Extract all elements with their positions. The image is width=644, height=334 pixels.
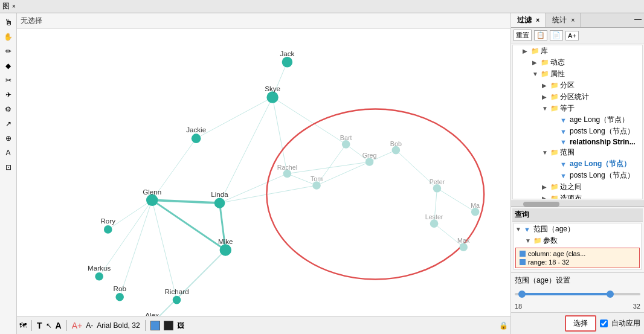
svg-point-39 bbox=[104, 225, 112, 234]
title-bar: 图 × bbox=[0, 0, 644, 13]
svg-text:Peter: Peter bbox=[430, 178, 445, 185]
range-thumb-right[interactable] bbox=[607, 291, 614, 298]
svg-line-6 bbox=[152, 200, 226, 250]
query-node-params[interactable]: ▼ 📁 参数 bbox=[514, 235, 641, 246]
select-button[interactable]: 选择 bbox=[565, 315, 596, 332]
icon-btn-1[interactable]: 📋 bbox=[534, 30, 547, 40]
pointer-tool[interactable]: 🖱 bbox=[2, 16, 15, 29]
font-size-increase[interactable]: A+ bbox=[72, 321, 83, 330]
tree-node-partition[interactable]: ▶ 📁 分区 bbox=[513, 80, 642, 91]
tree-node-posts-equal[interactable]: ▼ posts Long（节点） bbox=[513, 126, 642, 137]
panel-minimize[interactable]: — bbox=[632, 13, 644, 27]
svg-line-13 bbox=[220, 174, 288, 204]
svg-text:Markus: Markus bbox=[88, 264, 111, 272]
range-settings-title: 范围（age）设置 bbox=[515, 275, 640, 286]
svg-text:Rory: Rory bbox=[100, 217, 115, 225]
svg-text:Skye: Skye bbox=[265, 85, 280, 92]
tree-node-library[interactable]: ▶ 📁 库 bbox=[513, 45, 642, 57]
svg-point-59 bbox=[433, 184, 442, 193]
range-min: 18 bbox=[515, 303, 522, 310]
svg-point-43 bbox=[115, 293, 124, 301]
svg-text:Richard: Richard bbox=[164, 287, 188, 295]
svg-text:Rob: Rob bbox=[114, 284, 126, 292]
range-max: 32 bbox=[633, 303, 640, 310]
graph-area[interactable]: 无选择 bbox=[17, 13, 511, 334]
svg-point-65 bbox=[471, 208, 480, 216]
map-icon[interactable]: 🗺 bbox=[19, 321, 27, 330]
svg-text:Max: Max bbox=[457, 237, 470, 244]
tree-node-partition-stats[interactable]: ▶ 📁 分区统计 bbox=[513, 91, 642, 103]
image-icon[interactable]: 🖼 bbox=[177, 321, 184, 330]
tree-node-age-range[interactable]: ▼ age Long（节点） bbox=[513, 158, 642, 170]
svg-point-57 bbox=[392, 146, 401, 155]
svg-point-49 bbox=[283, 170, 292, 178]
tree-node-range[interactable]: ▼ 📁 范围 bbox=[513, 147, 642, 158]
svg-text:Mike: Mike bbox=[218, 237, 233, 245]
arrow-tool[interactable]: ↗ bbox=[2, 117, 15, 130]
svg-point-33 bbox=[146, 194, 158, 206]
svg-text:Bob: Bob bbox=[390, 140, 402, 147]
bold-t-icon[interactable]: T bbox=[37, 321, 42, 330]
zoom-tool[interactable]: ⊕ bbox=[2, 132, 15, 145]
range-slider[interactable] bbox=[515, 288, 640, 300]
window-title: 图 bbox=[2, 1, 10, 11]
right-toolbar: 重置 📋 📄 A+ bbox=[511, 28, 644, 43]
svg-point-41 bbox=[95, 272, 103, 281]
right-panel: 过滤 × 统计 × — 重置 📋 📄 A+ ▶ 📁 库 bbox=[511, 13, 644, 334]
svg-point-31 bbox=[192, 133, 201, 143]
svg-text:Jackie: Jackie bbox=[186, 126, 206, 133]
tree-node-relationship[interactable]: ▼ relationship Strin... bbox=[513, 137, 642, 147]
right-tabs: 过滤 × 统计 × — bbox=[511, 13, 644, 28]
font-size-decrease[interactable]: A- bbox=[86, 321, 93, 330]
lock-icon[interactable]: 🔒 bbox=[499, 321, 508, 330]
svg-point-29 bbox=[266, 91, 278, 103]
tree-node-age-equal[interactable]: ▼ age Long（节点） bbox=[513, 114, 642, 126]
hand-tool[interactable]: ✋ bbox=[2, 30, 15, 43]
tree-node-posts-range[interactable]: ▼ posts Long（节点） bbox=[513, 170, 642, 181]
tree-node-dynamic[interactable]: ▶ 📁 动态 bbox=[513, 57, 642, 68]
svg-point-51 bbox=[312, 181, 321, 190]
svg-line-14 bbox=[220, 185, 317, 203]
svg-point-37 bbox=[220, 244, 231, 255]
tree-node-attributes[interactable]: ▼ 📁 属性 bbox=[513, 68, 642, 80]
graph-svg: Jack Skye Jackie Glenn Linda Mike Rory bbox=[17, 13, 510, 334]
query-node-range-age[interactable]: ▼ ▼ 范围（age） bbox=[514, 223, 641, 235]
diamond-tool[interactable]: ◆ bbox=[2, 59, 15, 72]
tab-stats[interactable]: 统计 × bbox=[546, 13, 581, 27]
range-thumb-left[interactable] bbox=[518, 291, 526, 298]
tab-filter[interactable]: 过滤 × bbox=[511, 13, 546, 27]
svg-line-8 bbox=[152, 250, 226, 324]
svg-point-26 bbox=[266, 109, 484, 280]
svg-text:Bart: Bart bbox=[340, 134, 352, 141]
gear-tool[interactable]: ⚙ bbox=[2, 103, 15, 116]
svg-point-61 bbox=[430, 219, 439, 228]
box-tool[interactable]: ⊡ bbox=[2, 161, 15, 174]
cut-tool[interactable]: ✂ bbox=[2, 74, 15, 87]
pencil-tool[interactable]: ✏ bbox=[2, 45, 15, 58]
color-box-black[interactable] bbox=[164, 321, 173, 330]
icon-btn-2[interactable]: 📄 bbox=[550, 30, 563, 40]
plane-tool[interactable]: ✈ bbox=[2, 88, 15, 101]
auto-apply-checkbox[interactable] bbox=[600, 320, 608, 327]
svg-text:Jack: Jack bbox=[280, 50, 294, 57]
tree-node-equal[interactable]: ▼ 📁 等于 bbox=[513, 103, 642, 114]
svg-line-24 bbox=[287, 162, 369, 173]
color-box[interactable] bbox=[150, 321, 160, 330]
font-increase-btn[interactable]: A+ bbox=[565, 31, 579, 40]
text-tool[interactable]: A bbox=[2, 146, 15, 159]
svg-point-45 bbox=[173, 296, 181, 304]
svg-text:Glenn: Glenn bbox=[143, 188, 161, 196]
svg-point-27 bbox=[282, 57, 293, 68]
h-scrollbar[interactable] bbox=[511, 201, 644, 207]
svg-line-9 bbox=[108, 200, 152, 230]
svg-line-23 bbox=[437, 188, 475, 212]
close-icon[interactable]: × bbox=[12, 3, 16, 10]
text-a-icon[interactable]: A bbox=[56, 321, 62, 330]
svg-point-53 bbox=[342, 140, 350, 149]
query-panel: 查询 ▼ ▼ 范围（age） ▼ 📁 参数 bbox=[511, 207, 644, 272]
tree-node-between-edges[interactable]: ▶ 📁 边之间 bbox=[513, 181, 642, 193]
query-title: 查询 bbox=[512, 208, 643, 222]
cursor-icon[interactable]: ↖ bbox=[46, 321, 52, 330]
reset-button[interactable]: 重置 bbox=[514, 30, 532, 41]
tree-node-more[interactable]: ▶ 📁 选项布... bbox=[513, 193, 642, 199]
